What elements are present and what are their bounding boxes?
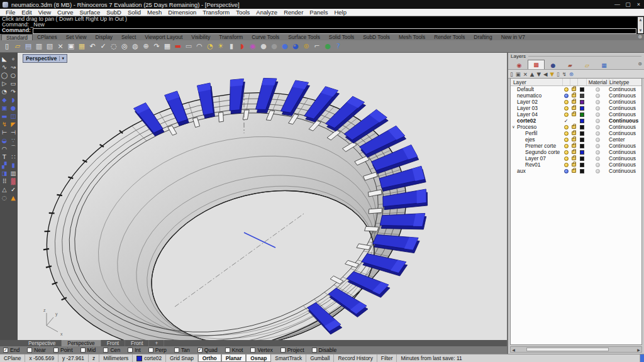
copy-icon[interactable]: ▣ xyxy=(66,41,76,52)
linetype-cell[interactable]: Continuous xyxy=(609,111,641,118)
status-record-history[interactable]: Record History xyxy=(334,354,377,362)
move-down-icon[interactable]: ▼ xyxy=(536,70,541,78)
status-x-506-569[interactable]: x -506.569 xyxy=(25,354,58,362)
viewport-tab-perspective-0[interactable]: Perspective xyxy=(23,340,62,346)
layer-color-swatch[interactable] xyxy=(580,138,584,142)
color-cell[interactable] xyxy=(577,100,586,104)
osnap-knot[interactable]: Knot xyxy=(225,347,243,353)
color-cell[interactable] xyxy=(577,169,586,173)
material-cell[interactable] xyxy=(586,138,609,142)
menu-file[interactable]: File xyxy=(3,9,18,16)
viewport-layout-icon[interactable]: ▦ xyxy=(162,41,172,52)
raytraced-sphere-icon[interactable]: ◕ xyxy=(291,41,301,52)
lock-cell[interactable] xyxy=(570,125,577,129)
layer-row-segundo-corte[interactable]: Segundo corteContinuous xyxy=(511,149,641,155)
layer-row-rev01[interactable]: Rev01Continuous xyxy=(511,162,641,168)
block-insert-tool-icon[interactable]: ◨ xyxy=(1,169,9,177)
color-cell[interactable] xyxy=(577,119,586,123)
menu-render[interactable]: Render xyxy=(280,9,306,16)
visibility-cell[interactable] xyxy=(562,156,570,161)
render-preview-icon[interactable]: ▭ xyxy=(184,41,194,52)
material-cell[interactable] xyxy=(586,94,609,98)
linetype-cell[interactable]: Continuous xyxy=(609,168,641,174)
materials-tab[interactable]: ▰ xyxy=(562,61,579,69)
visibility-cell[interactable]: ✓ xyxy=(562,118,570,124)
material-cell[interactable] xyxy=(586,100,609,104)
cylinder-tool-icon[interactable]: ▬ xyxy=(1,112,9,119)
color-cell[interactable] xyxy=(577,138,586,142)
checkbox-vertex[interactable] xyxy=(250,348,255,353)
menu-panels[interactable]: Panels xyxy=(306,9,331,16)
scrollbar-thumb[interactable] xyxy=(526,348,609,351)
material-cell[interactable] xyxy=(586,169,609,173)
menu-subd[interactable]: SubD xyxy=(103,9,125,16)
lock-cell[interactable] xyxy=(570,156,577,160)
layer-color-swatch[interactable] xyxy=(580,169,584,173)
color-cell[interactable] xyxy=(577,150,586,155)
linetype-cell[interactable]: Center xyxy=(609,136,641,143)
help-icon[interactable]: ? xyxy=(333,41,343,52)
circle-tool-icon[interactable]: ◯ xyxy=(1,71,9,79)
linetype-cell[interactable]: Continuous xyxy=(609,99,641,105)
menu-edit[interactable]: Edit xyxy=(18,9,35,16)
checkbox-project[interactable] xyxy=(280,348,286,353)
linetype-cell[interactable]: Continuous xyxy=(609,149,641,155)
curve-blend-tool-icon[interactable]: ↷ xyxy=(9,87,18,95)
minimize-button[interactable]: — xyxy=(612,1,623,8)
layers-hscrollbar[interactable]: ◀ ▶ xyxy=(510,346,642,353)
toolbar-tab-curve-tools[interactable]: Curve Tools xyxy=(247,34,284,40)
status-minutes-from-last-save-11[interactable]: Minutes from last save: 11 xyxy=(397,354,640,362)
status-z[interactable]: z xyxy=(89,354,99,362)
lock-icon[interactable] xyxy=(572,106,576,110)
gold-cone-tool-icon[interactable]: ▲ xyxy=(9,194,18,201)
layer-row-default[interactable]: DefaultContinuous xyxy=(511,86,641,92)
control-curve-tool-icon[interactable]: ↝ xyxy=(9,63,18,70)
lightbulb-icon[interactable] xyxy=(564,125,569,129)
material-cell[interactable] xyxy=(586,156,609,161)
toolbar-gear-icon[interactable]: ⊛ xyxy=(638,34,642,40)
wireframe-sphere-icon[interactable]: ● xyxy=(258,41,269,52)
rendered-sphere-icon[interactable]: ● xyxy=(280,41,290,52)
menu-dimension[interactable]: Dimension xyxy=(165,9,199,16)
color-cell[interactable] xyxy=(577,106,586,111)
zoom-selected-icon[interactable]: ◍ xyxy=(130,41,140,52)
point-tool-icon[interactable]: ∘ xyxy=(9,55,18,62)
lock-cell[interactable] xyxy=(570,169,577,173)
print-icon[interactable]: ▥ xyxy=(34,41,44,52)
trim-tool-icon[interactable]: ◤ xyxy=(9,120,18,128)
layer-color-swatch[interactable] xyxy=(580,163,584,167)
linetype-cell[interactable]: Continuous xyxy=(609,143,641,149)
notes-tab[interactable]: ▱ xyxy=(579,61,596,69)
scroll-up-icon[interactable]: ▲ xyxy=(640,17,642,23)
layer-color-swatch[interactable] xyxy=(580,144,584,148)
expand-caret-icon[interactable]: ∨ xyxy=(512,124,515,129)
visibility-cell[interactable] xyxy=(562,169,570,173)
chamfer-tool-icon[interactable]: ⊣ xyxy=(9,128,18,136)
layer-help-icon[interactable]: ⊛ xyxy=(569,70,574,78)
checkbox-knot[interactable] xyxy=(225,348,230,353)
checkbox-perp[interactable] xyxy=(148,348,153,353)
select-tool-icon[interactable]: ◣ xyxy=(1,55,9,62)
color-cell[interactable] xyxy=(577,144,586,148)
scroll-right-icon[interactable]: ▶ xyxy=(636,348,641,352)
boolean-diff-tool-icon[interactable]: ∵ xyxy=(9,136,18,144)
lightbulb-icon[interactable] xyxy=(564,106,569,111)
command-scrollbar[interactable]: ▲ ▼ xyxy=(638,17,643,33)
lock-cell[interactable] xyxy=(570,100,577,104)
lightbulb-icon[interactable] xyxy=(564,87,569,92)
pipe-tool-icon[interactable]: ◠ xyxy=(1,145,9,152)
toolbar-tab-cplanes[interactable]: CPlanes xyxy=(33,34,62,40)
viewport-canvas[interactable]: zyx Perspective ▾ xyxy=(18,53,507,340)
column-layer[interactable]: Layer xyxy=(511,79,562,85)
color-cell[interactable] xyxy=(577,163,586,167)
menu-tools[interactable]: Tools xyxy=(233,9,253,16)
options-gear-icon[interactable]: ⊛ xyxy=(301,41,311,52)
toolbar-tab-visibility[interactable]: Visibility xyxy=(187,34,214,40)
lock-cell[interactable] xyxy=(570,94,577,97)
linetype-cell[interactable]: Continuous xyxy=(609,86,641,92)
scroll-left-icon[interactable]: ◀ xyxy=(511,348,516,352)
toolbar-tab-subd-tools[interactable]: SubD Tools xyxy=(358,34,394,40)
osnap-near[interactable]: Near xyxy=(27,347,46,353)
visibility-cell[interactable] xyxy=(562,100,570,104)
layer-row-ejes[interactable]: ejesCenter xyxy=(511,136,641,143)
